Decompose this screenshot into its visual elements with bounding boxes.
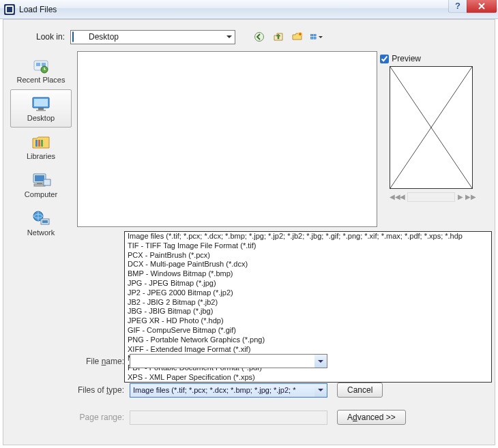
- desktop-icon: [72, 32, 85, 42]
- svg-rect-18: [35, 175, 44, 181]
- cancel-button[interactable]: Cancel: [337, 383, 383, 398]
- svg-point-0: [255, 33, 264, 42]
- svg-rect-4: [311, 38, 313, 40]
- file-type-option[interactable]: XPS - XML Paper Specification (*.xps): [125, 373, 491, 383]
- libraries-icon: [30, 133, 52, 151]
- file-type-option[interactable]: JPEG XR - HD Photo (*.hdp): [125, 316, 491, 326]
- svg-rect-2: [311, 34, 313, 36]
- sidebar-item-label: Desktop: [27, 114, 55, 122]
- svg-rect-11: [34, 99, 48, 106]
- preview-scrollbar[interactable]: [407, 192, 455, 202]
- preview-checkbox[interactable]: Preview: [380, 54, 421, 63]
- file-type-option[interactable]: DCX - Multi-page PaintBrush (*.dcx): [125, 260, 491, 269]
- file-type-row: Files of type: Image files (*.tif; *.pcx…: [70, 383, 383, 398]
- file-type-option[interactable]: PNG - Portable Network Graphics (*.png): [125, 335, 491, 345]
- next-page-icon[interactable]: ▶: [456, 194, 464, 201]
- preview-placeholder-icon: [390, 67, 472, 188]
- sidebar-item-libraries[interactable]: Libraries: [10, 128, 72, 166]
- preview-pane: [390, 66, 473, 189]
- sidebar-item-network[interactable]: Network: [10, 204, 72, 242]
- svg-rect-14: [35, 140, 38, 147]
- file-type-option[interactable]: XIFF - Extended Image Format (*.xif): [125, 345, 491, 355]
- file-type-option[interactable]: BMP - Windows Bitmap (*.bmp): [125, 269, 491, 279]
- file-type-option[interactable]: JPG - JPEG Bitmap (*.jpg): [125, 279, 491, 288]
- file-type-option[interactable]: GIF - CompuServe Bitmap (*.gif): [125, 326, 491, 335]
- preview-label: Preview: [392, 54, 421, 63]
- sidebar-item-label: Libraries: [27, 152, 55, 160]
- new-folder-icon[interactable]: [291, 31, 304, 43]
- file-type-option[interactable]: JP2 - JPEG 2000 Bitmap (*.jp2): [125, 288, 491, 298]
- look-in-label: Look in:: [10, 32, 70, 42]
- sidebar-item-recent-places[interactable]: Recent Places: [10, 51, 72, 89]
- up-icon[interactable]: [272, 31, 284, 43]
- file-name-input[interactable]: [130, 354, 327, 368]
- file-type-option[interactable]: TIF - TIFF Tag Image File Format (*.tif): [125, 241, 491, 251]
- back-icon[interactable]: [253, 31, 265, 43]
- places-sidebar: Recent Places Desktop Libraries Computer…: [10, 51, 72, 421]
- file-type-option[interactable]: JB2 - JBIG 2 Bitmap (*.jb2): [125, 298, 491, 308]
- recent-places-icon: [30, 57, 52, 74]
- window-title: Load Files: [19, 5, 57, 14]
- advanced-button[interactable]: Advanced >>: [337, 410, 406, 425]
- titlebar: Load Files ?: [0, 0, 498, 19]
- sidebar-item-label: Network: [27, 228, 55, 237]
- look-in-value: Desktop: [89, 32, 119, 42]
- page-range-input: [130, 410, 327, 425]
- first-page-icon[interactable]: ◀◀: [390, 194, 397, 201]
- file-list[interactable]: [77, 51, 377, 227]
- sidebar-item-desktop[interactable]: Desktop: [10, 89, 72, 128]
- look-in-row: Look in: Desktop: [10, 29, 488, 44]
- view-menu-icon[interactable]: [310, 31, 323, 43]
- file-type-option[interactable]: PCX - PaintBrush (*.pcx): [125, 251, 491, 260]
- sidebar-item-computer[interactable]: Computer: [10, 166, 72, 204]
- help-button[interactable]: ?: [448, 0, 467, 13]
- svg-rect-12: [38, 108, 44, 110]
- close-icon: [478, 2, 486, 10]
- chevron-down-icon[interactable]: [314, 384, 327, 397]
- app-icon: [4, 4, 15, 15]
- file-type-value: Image files (*.tif; *.pcx; *.dcx; *.bmp;…: [133, 386, 295, 394]
- last-page-icon[interactable]: ▶▶: [465, 194, 473, 201]
- file-type-label: Files of type:: [70, 385, 130, 395]
- computer-icon: [30, 171, 52, 189]
- page-range-row: Page range: Advanced >>: [70, 410, 406, 425]
- chevron-down-icon: [319, 36, 323, 40]
- preview-nav: ◀◀ ◀ ▶ ▶▶: [390, 192, 473, 203]
- svg-rect-21: [44, 179, 50, 185]
- svg-rect-5: [314, 38, 316, 40]
- svg-rect-13: [36, 110, 46, 111]
- close-button[interactable]: [467, 0, 497, 13]
- chevron-down-icon: [226, 35, 232, 41]
- svg-rect-15: [38, 140, 40, 147]
- desktop-icon: [30, 95, 52, 113]
- prev-page-icon[interactable]: ◀: [398, 194, 406, 201]
- network-icon: [30, 209, 52, 227]
- look-in-toolbar: [253, 31, 323, 43]
- file-type-option[interactable]: Image files (*.tif; *.pcx; *.dcx; *.bmp;…: [125, 232, 491, 241]
- sidebar-item-label: Recent Places: [17, 76, 65, 84]
- svg-rect-16: [41, 140, 43, 147]
- look-in-combo[interactable]: Desktop: [70, 30, 235, 44]
- dialog-body: Look in: Desktop: [3, 19, 495, 445]
- page-range-label: Page range:: [70, 413, 130, 422]
- file-name-row: File name:: [70, 354, 327, 368]
- file-name-label: File name:: [70, 357, 130, 366]
- chevron-down-icon[interactable]: [314, 355, 327, 368]
- svg-rect-7: [36, 63, 40, 66]
- svg-rect-24: [42, 220, 48, 223]
- svg-rect-8: [42, 63, 46, 66]
- file-type-option[interactable]: JBG - JBIG Bitmap (*.jbg): [125, 307, 491, 316]
- sidebar-item-label: Computer: [25, 190, 57, 198]
- svg-rect-3: [314, 34, 316, 36]
- preview-checkbox-input[interactable]: [380, 55, 389, 63]
- file-type-combo[interactable]: Image files (*.tif; *.pcx; *.dcx; *.bmp;…: [130, 383, 327, 398]
